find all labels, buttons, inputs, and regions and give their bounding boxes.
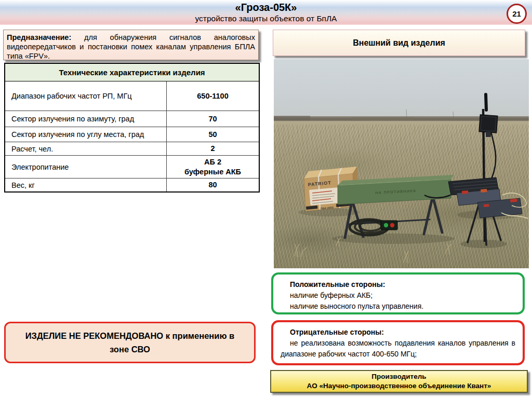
remote-control — [381, 221, 397, 230]
positives-title: Положительные стороны: — [290, 279, 515, 290]
header-banner: «Гроза-05К» устройство защиты объектов о… — [0, 0, 532, 25]
photo-title-box: Внешний вид изделия — [273, 30, 525, 56]
specs-table-title: Технические характеристики изделия — [5, 64, 259, 81]
specs-table: Технические характеристики изделия Диапа… — [4, 63, 260, 193]
spec-value: АБ 2 буферные АКБ — [167, 156, 259, 178]
spec-value: 50 — [167, 127, 259, 142]
slide-subtitle: устройство защиты объектов от БпЛА — [0, 13, 532, 23]
warning-box: ИЗДЕЛИЕ НЕ РЕКОМЕНДОВАНО к применению в … — [4, 322, 256, 363]
product-photo: PATRIOT ПБК 2000 — [274, 59, 529, 268]
page-number: 21 — [512, 9, 521, 18]
table-row: Вес, кг 80 — [5, 179, 259, 191]
presentation-slide: «Гроза-05К» устройство защиты объектов о… — [0, 0, 532, 398]
table-row: Расчет, чел. 2 — [5, 142, 259, 156]
table-row: Диапазон рабочих частот РП, МГц 650-1100 — [5, 81, 259, 111]
producer-name: АО «Научно-производственное объединение … — [307, 381, 491, 391]
page-number-badge: 21 — [507, 4, 527, 24]
negatives-title: Отрицательные стороны: — [290, 327, 515, 338]
spec-value: 2 — [167, 142, 259, 155]
spec-label: Вес, кг — [5, 179, 167, 191]
tripod-antenna — [468, 94, 501, 245]
distant-features — [274, 109, 454, 120]
positives-item: наличие буферных АКБ; — [290, 290, 515, 301]
spec-label: Диапазон рабочих частот РП, МГц — [5, 81, 167, 111]
slide-title: «Гроза-05К» — [0, 0, 532, 13]
table-row: Сектор излучения по углу места, град 50 — [5, 127, 259, 142]
spec-label: Электропитание — [5, 156, 167, 178]
producer-label: Производитель — [371, 372, 426, 381]
purpose-label: Предназначение: — [7, 33, 71, 42]
purpose-box: Предназначение: для обнаружения сигналов… — [3, 30, 259, 60]
positives-box: Положительные стороны: наличие буферных … — [271, 272, 525, 314]
antenna-stub — [486, 94, 486, 110]
negatives-text: не реализована возможность подавления ка… — [281, 338, 515, 360]
producer-box: Производитель АО «Научно-производственно… — [270, 370, 528, 393]
spec-label: Сектор излучения по углу места, град — [5, 127, 167, 142]
spec-label: Расчет, чел. — [5, 142, 167, 155]
spec-value: 70 — [167, 111, 259, 127]
table-row: Электропитание АБ 2 буферные АКБ — [5, 156, 259, 179]
spec-value: 80 — [167, 179, 259, 191]
table-row: Сектор излучения по азимуту, град 70 — [5, 111, 259, 127]
bench-shadow — [332, 234, 455, 244]
negatives-box: Отрицательные стороны: не реализована во… — [271, 320, 525, 365]
spec-label: Сектор излучения по азимуту, град — [5, 111, 167, 127]
photo-title: Внешний вид изделия — [353, 38, 445, 48]
spec-value: 650-1100 — [167, 81, 259, 111]
positives-item: наличие выносного пульта управления. — [290, 301, 515, 312]
equipment-scene: PATRIOT ПБК 2000 — [274, 59, 529, 268]
warning-text: ИЗДЕЛИЕ НЕ РЕКОМЕНДОВАНО к применению в … — [21, 329, 238, 356]
